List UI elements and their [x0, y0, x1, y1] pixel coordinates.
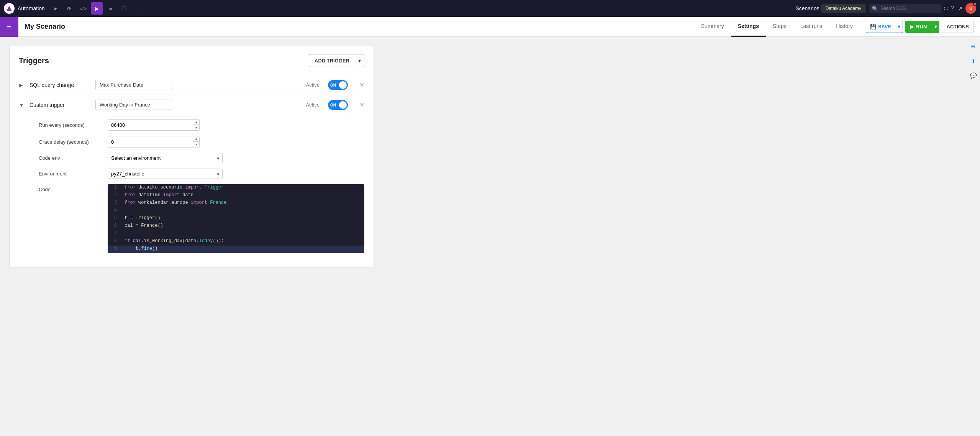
right-sidebar: ⊕ ℹ 💬	[966, 37, 980, 85]
trigger-name-input-custom[interactable]	[95, 100, 172, 110]
code-env-label: Code env	[39, 155, 108, 161]
save-dropdown-arrow[interactable]: ▾	[895, 21, 903, 33]
save-icon: 💾	[870, 24, 876, 30]
add-trigger-dropdown-arrow[interactable]: ▾	[355, 54, 364, 67]
environment-field-row: Environment py27_christelle	[39, 169, 364, 179]
page-title: My Scenario	[25, 23, 65, 31]
nav-icon-code[interactable]: </>	[77, 2, 89, 15]
trigger-toggle-sql[interactable]	[328, 80, 348, 90]
tab-last-runs[interactable]: Last runs	[793, 17, 829, 37]
app-title: Automation	[18, 5, 45, 11]
nav-icon-more[interactable]: …	[132, 2, 144, 15]
grace-delay-input[interactable]	[108, 137, 193, 147]
code-label: Code	[39, 184, 108, 253]
code-env-select-wrap[interactable]: Select an environment	[108, 153, 223, 163]
help-icon[interactable]: ?	[951, 5, 954, 12]
actions-button[interactable]: ACTIONS	[942, 21, 974, 33]
instance-label: Dataiku Academy	[821, 4, 866, 13]
triggers-header: Triggers ADD TRIGGER ▾	[19, 54, 364, 67]
scenarios-label: Scenarios	[795, 5, 819, 11]
chart-icon[interactable]: ↗	[957, 5, 962, 12]
sidebar-info-icon[interactable]: ℹ	[967, 55, 979, 67]
search-icon: 🔍	[872, 6, 878, 11]
trigger-close-custom[interactable]: ✕	[359, 101, 364, 108]
code-env-field-row: Code env Select an environment	[39, 153, 364, 163]
grid-icon[interactable]: ∷	[944, 5, 948, 12]
grace-delay-spinner[interactable]: ▴ ▾	[108, 136, 200, 148]
run-play-icon: ▶	[910, 24, 914, 30]
trigger-active-label-custom: Active	[306, 102, 320, 108]
environment-select-wrap[interactable]: py27_christelle	[108, 169, 223, 179]
search-input[interactable]	[880, 6, 938, 11]
sidebar-chat-icon[interactable]: 💬	[967, 70, 979, 81]
code-field-row: Code 1from dataiku.scenario import Trigg…	[39, 184, 364, 253]
run-button[interactable]: ▶ RUN ▾	[905, 21, 939, 33]
nav-icon-screen[interactable]: ☐	[118, 2, 131, 15]
run-every-input[interactable]	[108, 120, 193, 130]
tab-settings[interactable]: Settings	[731, 17, 766, 37]
grace-delay-label: Grace delay (seconds)	[39, 139, 108, 145]
tab-summary[interactable]: Summary	[694, 17, 731, 37]
main-content: Triggers ADD TRIGGER ▾ ▶ SQL query chang…	[0, 37, 383, 277]
trigger-row-custom: ▼ Custom trigger Active ✕	[19, 95, 364, 115]
search-box[interactable]: 🔍	[869, 4, 941, 13]
app-logo[interactable]	[4, 3, 15, 14]
run-every-down[interactable]: ▾	[193, 125, 199, 130]
run-every-field-row: Run every (seconds) ▴ ▾	[39, 119, 364, 131]
nav-icon-forward[interactable]: ➤	[49, 2, 62, 15]
triggers-title: Triggers	[19, 56, 49, 65]
trigger-chevron-sql[interactable]: ▶	[19, 82, 25, 88]
trigger-toggle-custom[interactable]	[328, 100, 348, 110]
trigger-row-sql: ▶ SQL query change Active ✕	[19, 75, 364, 95]
secondary-nav: ☰ My Scenario Summary Settings Steps Las…	[0, 17, 980, 37]
grace-delay-up[interactable]: ▴	[193, 136, 199, 142]
nav-icon-stack[interactable]: ≡	[105, 2, 117, 15]
trigger-name-input-sql[interactable]	[95, 80, 172, 90]
nav-icon-refresh[interactable]: ⟳	[63, 2, 75, 15]
code-editor[interactable]: 1from dataiku.scenario import Trigger2fr…	[108, 184, 364, 253]
notification-badge: 1	[973, 2, 977, 6]
nav-tabs: Summary Settings Steps Last runs History	[694, 17, 860, 36]
run-every-label: Run every (seconds)	[39, 122, 108, 128]
grace-delay-field-row: Grace delay (seconds) ▴ ▾	[39, 136, 364, 148]
avatar[interactable]: U 1	[965, 3, 976, 14]
trigger-active-label-sql: Active	[306, 82, 320, 88]
tab-steps[interactable]: Steps	[766, 17, 793, 37]
triggers-panel: Triggers ADD TRIGGER ▾ ▶ SQL query chang…	[9, 46, 374, 267]
trigger-type-custom: Custom trigger	[29, 102, 91, 108]
grace-delay-down[interactable]: ▾	[193, 142, 199, 147]
add-trigger-button[interactable]: ADD TRIGGER ▾	[309, 54, 364, 67]
tab-history[interactable]: History	[829, 17, 860, 37]
nav-icon-play[interactable]: ▶	[91, 2, 103, 15]
hamburger-menu[interactable]: ☰	[0, 17, 18, 37]
top-nav: Automation ➤ ⟳ </> ▶ ≡ ☐ … Scenarios Dat…	[0, 0, 980, 17]
nav-actions: 💾 SAVE ▾ ▶ RUN ▾ ACTIONS	[866, 21, 974, 33]
run-dropdown-arrow[interactable]: ▾	[932, 21, 939, 33]
run-every-spinner[interactable]: ▴ ▾	[108, 119, 200, 131]
custom-trigger-body: Run every (seconds) ▴ ▾ Grace delay (sec…	[19, 115, 364, 259]
environment-label: Environment	[39, 171, 108, 177]
trigger-chevron-custom[interactable]: ▼	[19, 102, 25, 108]
trigger-type-sql: SQL query change	[29, 82, 91, 88]
code-env-select[interactable]: Select an environment	[108, 153, 223, 163]
save-button[interactable]: 💾 SAVE ▾	[866, 21, 903, 33]
trigger-close-sql[interactable]: ✕	[359, 81, 364, 89]
environment-select[interactable]: py27_christelle	[108, 169, 223, 179]
run-every-up[interactable]: ▴	[193, 120, 199, 125]
sidebar-plus-icon[interactable]: ⊕	[967, 41, 979, 52]
